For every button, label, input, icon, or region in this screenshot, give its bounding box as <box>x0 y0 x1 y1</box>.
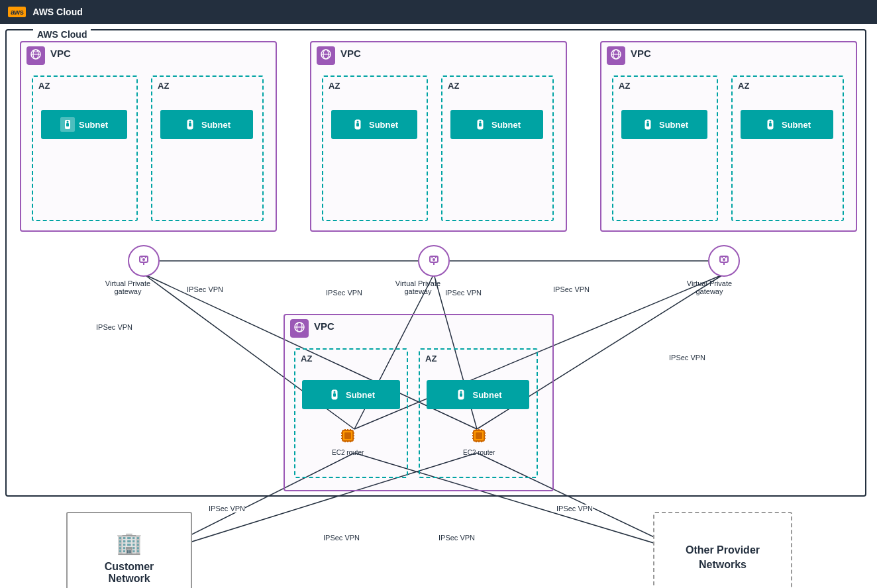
subnet4b-label: Subnet <box>472 390 501 400</box>
subnet2b-box: Subnet <box>450 110 543 139</box>
vpn-label-5: IPSec VPN <box>553 285 590 293</box>
svg-point-86 <box>433 258 435 261</box>
subnet1a-box: Subnet <box>41 110 127 139</box>
subnet3b-icon <box>763 117 778 132</box>
gateway-2 <box>418 245 450 277</box>
az3b-box: AZ Subnet <box>731 75 844 221</box>
az4b-box: AZ Subnet EC2 router <box>419 348 538 478</box>
gateway-1 <box>128 245 160 277</box>
vpc-box-3: VPC AZ Subnet AZ Subnet <box>600 41 857 232</box>
vpc4-label: VPC <box>314 320 335 332</box>
diagram: AWS Cloud VPC AZ Subnet <box>0 24 877 588</box>
az4b-label: AZ <box>425 354 437 364</box>
az1a-box: AZ Subnet <box>32 75 138 221</box>
vpn-label-10: IPSec VPN <box>556 505 593 513</box>
vpn-label-7: IPSec VPN <box>209 505 245 513</box>
vpc2-icon <box>317 46 335 65</box>
vpn-label-8: IPSec VPN <box>323 534 360 542</box>
vpc1-label: VPC <box>50 48 71 59</box>
vpc-box-4: VPC AZ Subnet <box>284 314 554 491</box>
svg-rect-33 <box>607 46 625 65</box>
vpc-box-1: VPC AZ Subnet AZ <box>20 41 277 232</box>
svg-rect-38 <box>646 123 649 126</box>
svg-rect-23 <box>317 46 335 65</box>
ec2-chip-2 <box>467 424 491 448</box>
svg-rect-51 <box>344 432 351 439</box>
subnet2a-label: Subnet <box>369 120 398 130</box>
az2a-box: AZ Subnet <box>322 75 428 221</box>
svg-rect-18 <box>66 123 69 126</box>
az2a-label: AZ <box>329 81 340 91</box>
subnet4a-box: Subnet <box>302 380 400 409</box>
svg-rect-21 <box>189 123 191 126</box>
svg-point-66 <box>460 391 462 393</box>
subnet2a-box: Subnet <box>331 110 417 139</box>
subnet3b-label: Subnet <box>782 120 811 130</box>
vpc-box-2: VPC AZ Subnet AZ Subnet <box>310 41 567 232</box>
az1b-box: AZ Subnet <box>151 75 264 221</box>
customer-network-label: CustomerNetwork <box>105 561 154 585</box>
az3b-label: AZ <box>738 81 749 91</box>
subnet1a-icon <box>60 117 75 132</box>
customer-network-box: 🏢 CustomerNetwork <box>66 512 192 588</box>
subnet3a-box: Subnet <box>621 110 707 139</box>
svg-rect-31 <box>479 123 482 126</box>
subnet1b-icon <box>183 117 197 132</box>
subnet4a-icon <box>327 387 342 402</box>
vpn-label-1: IPSec VPN <box>187 285 223 293</box>
subnet1b-label: Subnet <box>201 120 231 130</box>
ec2-router-1: EC2 router <box>332 424 364 456</box>
az3a-label: AZ <box>619 81 630 91</box>
svg-point-83 <box>142 258 145 261</box>
svg-rect-48 <box>333 393 336 397</box>
vpc3-icon <box>607 46 625 65</box>
building-icon: 🏢 <box>116 530 142 556</box>
vpn-label-2: IPSec VPN <box>96 323 132 331</box>
svg-rect-68 <box>476 432 482 439</box>
other-provider-box: Other ProviderNetworks <box>653 512 792 588</box>
subnet4b-icon <box>454 387 468 402</box>
az4a-label: AZ <box>301 354 312 364</box>
vpc3-label: VPC <box>631 48 651 59</box>
gateway-3 <box>708 245 740 277</box>
subnet3b-box: Subnet <box>741 110 833 139</box>
aws-header-title: AWS Cloud <box>32 7 82 17</box>
ec2-chip-1 <box>336 424 360 448</box>
svg-rect-28 <box>356 123 359 126</box>
gateway-2-icon <box>425 252 443 270</box>
ec2-router-2: EC2 router <box>463 424 495 456</box>
svg-point-29 <box>356 121 358 123</box>
svg-rect-43 <box>290 319 309 338</box>
ec2-router-1-label: EC2 router <box>332 449 364 456</box>
az1b-label: AZ <box>158 81 169 91</box>
svg-point-22 <box>189 121 191 123</box>
vpn-label-4: IPSec VPN <box>445 289 482 297</box>
svg-point-39 <box>646 121 648 123</box>
aws-logo: aws <box>8 7 26 17</box>
subnet4a-label: Subnet <box>346 390 375 400</box>
aws-logo-box: aws <box>8 7 26 17</box>
subnet4b-box: Subnet <box>427 380 529 409</box>
vpc2-label: VPC <box>340 48 361 59</box>
aws-header: aws AWS Cloud <box>0 0 877 24</box>
gateway-1-label: Virtual Privategateway <box>98 279 158 295</box>
subnet3a-label: Subnet <box>659 120 688 130</box>
subnet2b-label: Subnet <box>491 120 521 130</box>
az1a-label: AZ <box>38 81 50 91</box>
az2b-label: AZ <box>448 81 459 91</box>
subnet2a-icon <box>350 117 365 132</box>
vpn-label-9: IPSec VPN <box>438 534 475 542</box>
az2b-box: AZ Subnet <box>441 75 554 221</box>
az4a-box: AZ Subnet EC2 router <box>294 348 408 478</box>
subnet3a-icon <box>641 117 655 132</box>
gateway-3-icon <box>715 252 733 270</box>
gateway-2-label: Virtual Privategateway <box>388 279 448 295</box>
ec2-router-2-label: EC2 router <box>463 449 495 456</box>
subnet1b-box: Subnet <box>160 110 253 139</box>
svg-rect-41 <box>769 123 772 126</box>
svg-rect-12 <box>26 46 45 65</box>
aws-cloud-label: AWS Cloud <box>33 29 91 40</box>
gateway-3-label: Virtual Privategateway <box>680 279 739 295</box>
subnet2b-icon <box>473 117 488 132</box>
gateway-1-icon <box>134 252 153 270</box>
